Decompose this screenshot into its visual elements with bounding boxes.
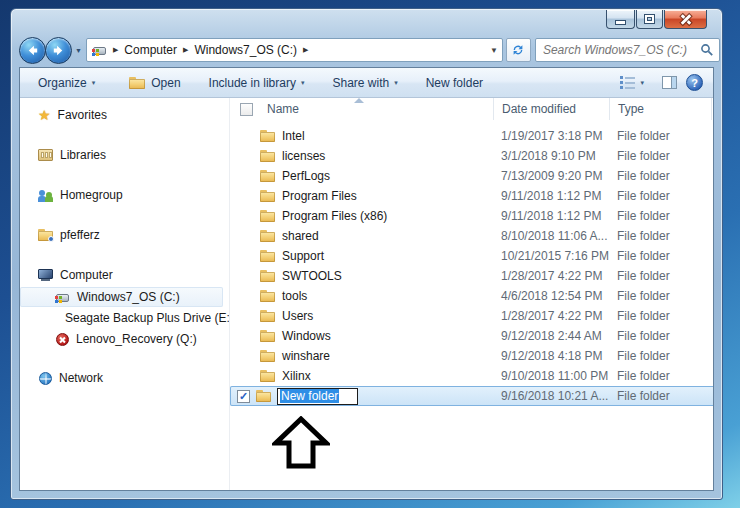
folder-icon bbox=[260, 250, 275, 262]
file-date: 1/28/2017 4:22 PM bbox=[493, 269, 609, 283]
table-row[interactable]: Intel 1/19/2017 3:18 PM File folder bbox=[230, 126, 713, 146]
file-name: Xilinx bbox=[282, 369, 311, 383]
open-button[interactable]: Open bbox=[121, 72, 188, 94]
table-row[interactable]: PerfLogs 7/13/2009 9:20 PM File folder bbox=[230, 166, 713, 186]
forward-button[interactable] bbox=[45, 37, 72, 64]
recent-pages-dropdown[interactable]: ▼ bbox=[75, 47, 82, 54]
table-row[interactable]: winshare 9/12/2018 4:18 PM File folder bbox=[230, 346, 713, 366]
column-header-type[interactable]: Type bbox=[609, 98, 711, 120]
folder-icon bbox=[260, 190, 275, 202]
close-button[interactable] bbox=[664, 10, 707, 29]
table-row[interactable]: Users 1/28/2017 4:22 PM File folder bbox=[230, 306, 713, 326]
table-row[interactable]: tools 4/6/2018 12:54 PM File folder bbox=[230, 286, 713, 306]
annotation-up-arrow bbox=[272, 416, 330, 470]
column-label: Type bbox=[618, 102, 644, 116]
toolbar-right-group: ▾ ? bbox=[612, 72, 703, 94]
command-bar: Organize ▾ Open Include in library ▾ Sha… bbox=[20, 68, 713, 98]
navigation-pane: ★ Favorites Libraries Homegroup bbox=[20, 98, 230, 490]
sidebar-item-libraries[interactable]: Libraries bbox=[20, 145, 229, 165]
sidebar-label: Homegroup bbox=[60, 188, 123, 202]
sidebar-item-favorites[interactable]: ★ Favorites bbox=[20, 105, 229, 125]
select-all-checkbox[interactable] bbox=[240, 103, 253, 116]
preview-pane-button[interactable] bbox=[662, 76, 677, 89]
row-checkbox-checked[interactable]: ✓ bbox=[237, 390, 250, 403]
refresh-button[interactable] bbox=[506, 38, 531, 62]
sidebar-label: pfefferz bbox=[60, 228, 100, 242]
maximize-button[interactable] bbox=[636, 10, 663, 29]
search-box[interactable] bbox=[535, 38, 720, 62]
address-dropdown-icon[interactable]: ▼ bbox=[486, 46, 502, 55]
include-in-library-button[interactable]: Include in library ▾ bbox=[201, 72, 313, 94]
sidebar-item-user[interactable]: pfefferz bbox=[20, 225, 229, 245]
new-folder-button[interactable]: New folder bbox=[418, 72, 491, 94]
titlebar[interactable] bbox=[11, 9, 722, 35]
file-date: 1/19/2017 3:18 PM bbox=[493, 129, 609, 143]
search-input[interactable] bbox=[543, 43, 700, 57]
breadcrumb-separator-icon[interactable]: ▶ bbox=[183, 46, 188, 54]
file-name: shared bbox=[282, 229, 319, 243]
organize-button[interactable]: Organize ▾ bbox=[30, 72, 103, 94]
main-area: ★ Favorites Libraries Homegroup bbox=[20, 98, 713, 490]
preview-pane-icon bbox=[671, 77, 676, 88]
breadcrumb-separator-icon[interactable]: ▶ bbox=[113, 46, 118, 54]
table-row[interactable]: Xilinx 9/10/2018 11:00 PM File folder bbox=[230, 366, 713, 386]
file-type: File folder bbox=[609, 169, 711, 183]
file-date: 10/21/2015 7:16 PM bbox=[493, 249, 609, 263]
file-date: 9/12/2018 2:44 AM bbox=[493, 329, 609, 343]
column-headers: Name Date modified Type Size bbox=[230, 98, 713, 120]
table-row-new-folder-selected[interactable]: ✓ New folder 9/16/2018 10:21 A... File f… bbox=[230, 386, 713, 406]
file-date: 9/11/2018 1:12 PM bbox=[493, 189, 609, 203]
sidebar-label: Libraries bbox=[60, 148, 106, 162]
file-type: File folder bbox=[609, 389, 711, 403]
folder-icon bbox=[260, 150, 275, 162]
column-header-date-modified[interactable]: Date modified bbox=[493, 98, 609, 120]
sidebar-item-windows7os-drive[interactable]: Windows7_OS (C:) bbox=[20, 287, 223, 307]
file-date: 8/10/2018 11:06 A... bbox=[493, 229, 609, 243]
table-row[interactable]: SWTOOLS 1/28/2017 4:22 PM File folder bbox=[230, 266, 713, 286]
folder-icon bbox=[260, 130, 275, 142]
views-icon bbox=[620, 76, 635, 89]
sidebar-label: Computer bbox=[60, 268, 113, 282]
file-type: File folder bbox=[609, 289, 711, 303]
share-with-button[interactable]: Share with ▾ bbox=[324, 72, 405, 94]
minimize-button[interactable] bbox=[606, 10, 635, 29]
close-icon bbox=[680, 13, 692, 25]
rename-input[interactable]: New folder bbox=[277, 388, 358, 405]
breadcrumb-item-windows7os[interactable]: Windows7_OS (C:) bbox=[194, 43, 297, 57]
recovery-drive-icon bbox=[56, 333, 69, 346]
caption-buttons bbox=[606, 10, 707, 29]
include-in-library-label: Include in library bbox=[209, 76, 296, 90]
sidebar-label: Favorites bbox=[58, 108, 107, 122]
change-view-button[interactable]: ▾ bbox=[612, 72, 652, 94]
breadcrumb-separator-icon[interactable]: ▶ bbox=[303, 46, 308, 54]
folder-icon bbox=[260, 230, 275, 242]
file-name: licenses bbox=[282, 149, 325, 163]
back-button[interactable] bbox=[19, 37, 46, 64]
organize-label: Organize bbox=[38, 76, 87, 90]
column-label: Date modified bbox=[502, 102, 576, 116]
sidebar-item-seagate-drive[interactable]: Seagate Backup Plus Drive (E:) bbox=[20, 308, 229, 328]
help-icon: ? bbox=[691, 77, 698, 89]
sidebar-item-homegroup[interactable]: Homegroup bbox=[20, 185, 229, 205]
network-icon bbox=[39, 372, 52, 385]
folder-icon bbox=[260, 370, 275, 382]
file-type: File folder bbox=[609, 229, 711, 243]
sidebar-item-computer[interactable]: Computer bbox=[20, 265, 229, 285]
file-type: File folder bbox=[609, 309, 711, 323]
column-header-size[interactable]: Size bbox=[711, 98, 713, 120]
address-bar[interactable]: ▶ Computer ▶ Windows7_OS (C:) ▶ ▼ bbox=[86, 38, 503, 62]
table-row[interactable]: Windows 9/12/2018 2:44 AM File folder bbox=[230, 326, 713, 346]
sidebar-item-network[interactable]: Network bbox=[20, 368, 229, 388]
minimize-icon bbox=[616, 21, 625, 24]
breadcrumb-item-computer[interactable]: Computer bbox=[124, 43, 177, 57]
open-label: Open bbox=[151, 76, 180, 90]
table-row[interactable]: shared 8/10/2018 11:06 A... File folder bbox=[230, 226, 713, 246]
sidebar-item-lenovo-recovery[interactable]: Lenovo_Recovery (Q:) bbox=[20, 329, 229, 349]
table-row[interactable]: Program Files (x86) 9/11/2018 1:12 PM Fi… bbox=[230, 206, 713, 226]
help-button[interactable]: ? bbox=[686, 74, 703, 91]
table-row[interactable]: licenses 3/1/2018 9:10 PM File folder bbox=[230, 146, 713, 166]
table-row[interactable]: Support 10/21/2015 7:16 PM File folder bbox=[230, 246, 713, 266]
forward-arrow-icon bbox=[51, 43, 66, 58]
table-row[interactable]: Program Files 9/11/2018 1:12 PM File fol… bbox=[230, 186, 713, 206]
sidebar-label: Network bbox=[59, 371, 103, 385]
